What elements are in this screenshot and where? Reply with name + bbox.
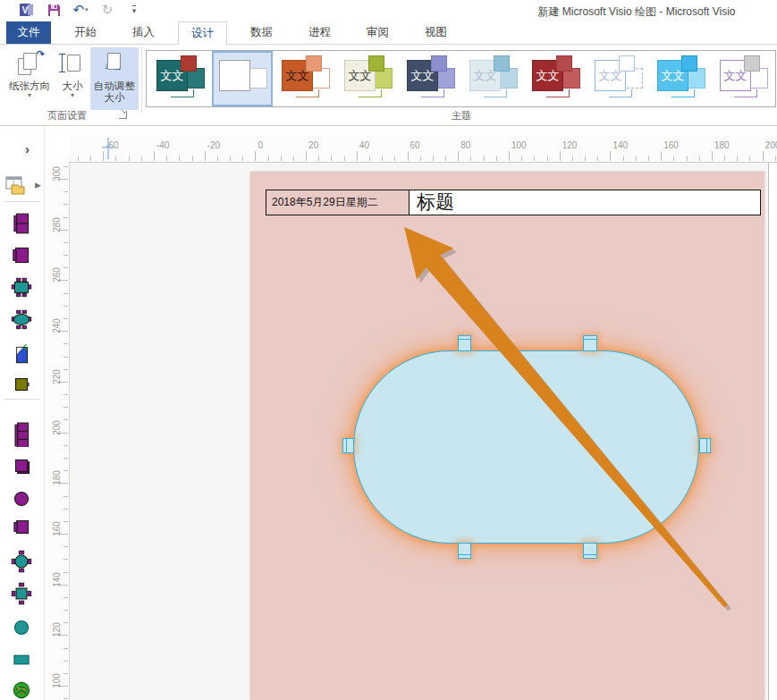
tab-process[interactable]: 进程 <box>296 21 343 44</box>
stencil-shape-potted-plant[interactable] <box>7 677 36 700</box>
stencil-shape-rectangular-shape[interactable] <box>7 646 36 673</box>
group-separator <box>141 47 142 112</box>
stencil-shape-couch-2-seat[interactable] <box>7 210 36 237</box>
themes-gallery: 文文文文文文文文文文文文文文文文文文 <box>146 50 776 107</box>
vruler-label: 140 <box>52 569 62 590</box>
theme-tile-white-purple-outline[interactable]: 文文 <box>714 53 772 105</box>
sidebar-divider <box>4 399 39 400</box>
group-labels: 页面设置 主题 <box>0 109 777 124</box>
shapes-panel: › ▶ <box>0 126 45 700</box>
sofa-3-seat-icon <box>9 422 34 447</box>
vertical-scrollbar[interactable] <box>768 163 777 700</box>
page-size-button[interactable]: 大小▾ <box>57 47 88 110</box>
hruler-label: 200 <box>765 140 777 150</box>
theme-tile-teal[interactable]: 文文 <box>151 53 208 105</box>
page-size-icon <box>59 51 86 78</box>
shape-tab-left[interactable] <box>342 438 354 453</box>
drawing-canvas[interactable]: 2018年5月29日星期二 标题 <box>70 163 768 700</box>
conference-table-icon <box>9 275 34 300</box>
vruler-label: 180 <box>52 468 62 489</box>
water-cooler-icon <box>9 342 34 367</box>
titlebar: V ↶▾ ↻ ▾ 新建 Microsoft Visio 绘图 - Microso… <box>0 0 777 21</box>
vruler-label: 100 <box>52 670 62 692</box>
tab-file[interactable]: 文件 <box>6 21 51 44</box>
svg-text:V: V <box>22 5 29 15</box>
theme-tile-orange[interactable]: 文文 <box>276 53 334 105</box>
ribbon-tab-bar: 文件 开始 插入 设计 数据 进程 审阅 视图 <box>0 21 777 45</box>
circular-shape-icon <box>9 615 34 640</box>
stencil-shape-file-cabinet[interactable] <box>7 371 36 398</box>
title-block[interactable]: 2018年5月29日星期二 标题 <box>266 190 761 215</box>
redo-button[interactable]: ↻ <box>98 2 116 18</box>
workspace: › ▶ 300280260240220200180160140120100 -6… <box>0 126 777 700</box>
drawing-page[interactable]: 2018年5月29日星期二 标题 <box>250 172 764 700</box>
stencil-shape-square-table-with-chairs[interactable] <box>7 580 36 607</box>
stencil-shape-conference-table[interactable] <box>7 274 36 301</box>
title-field[interactable]: 标题 <box>410 190 760 215</box>
qat-customize-button[interactable]: ▾ <box>125 2 143 18</box>
expand-shapes-panel-button[interactable]: › <box>25 144 30 155</box>
hruler-label: 80 <box>460 140 470 150</box>
vruler-label: 280 <box>52 214 62 235</box>
armchair-icon <box>9 243 34 268</box>
vruler-label: 240 <box>52 316 62 337</box>
theme-tile-cyan[interactable]: 文文 <box>652 53 709 105</box>
tab-design[interactable]: 设计 <box>178 21 227 45</box>
tab-view[interactable]: 视图 <box>412 21 460 44</box>
hruler-label: 20 <box>308 140 318 150</box>
page-setup-dialog-launcher[interactable] <box>119 111 127 119</box>
quick-access-toolbar: V ↶▾ ↻ ▾ <box>18 2 143 18</box>
desk-chair-icon <box>9 515 34 540</box>
theme-tile-slate-purple[interactable]: 文文 <box>401 53 459 105</box>
theme-tile-linen-green[interactable]: 文文 <box>339 53 396 105</box>
file-cabinet-icon <box>9 372 34 397</box>
sidebar-divider <box>4 201 39 202</box>
hruler-label: 40 <box>359 140 369 150</box>
theme-tile-dark-red[interactable]: 文文 <box>527 53 584 105</box>
hruler-label: 0 <box>258 140 263 150</box>
theme-tile-none[interactable] <box>214 53 271 105</box>
theme-tile-white-blue-outline[interactable]: 文文 <box>589 53 646 105</box>
stencil-shape-circular-shape[interactable] <box>7 614 36 641</box>
save-button[interactable] <box>45 2 63 18</box>
autosize-icon: ↓ → <box>101 51 128 78</box>
shape-tab-top-right[interactable] <box>583 335 597 351</box>
paper-orientation-button[interactable]: ↷ 纸张方向▾ <box>5 47 54 110</box>
vruler-label: 220 <box>52 366 62 387</box>
stencil-shape-armchair[interactable] <box>7 242 36 269</box>
stencil-shape-oval-conference-table[interactable] <box>7 307 36 333</box>
vruler-label: 260 <box>52 265 62 286</box>
undo-button[interactable]: ↶▾ <box>72 2 89 18</box>
autosize-button[interactable]: ↓ → 自动调整大小 <box>90 47 139 110</box>
theme-tile-pale-blue[interactable]: 文文 <box>464 53 521 105</box>
stencil-shape-sofa-3-seat[interactable] <box>7 421 36 448</box>
oval-table-shape[interactable] <box>353 350 699 544</box>
round-stool-icon <box>9 486 34 511</box>
tab-home[interactable]: 开始 <box>62 21 109 44</box>
shape-tab-right[interactable] <box>699 438 711 453</box>
themes-group-label: 主题 <box>146 109 777 122</box>
undo-dropdown-icon[interactable]: ▾ <box>85 6 89 13</box>
vruler-label: 300 <box>52 164 62 185</box>
shape-tab-top-left[interactable] <box>458 335 471 351</box>
hruler-label: -20 <box>207 140 220 150</box>
date-field[interactable]: 2018年5月29日星期二 <box>266 190 410 215</box>
vruler-label: 200 <box>52 417 62 438</box>
stencil-shape-desk-chair[interactable] <box>7 514 36 541</box>
tab-review[interactable]: 审阅 <box>354 21 401 44</box>
hruler-label: 180 <box>714 140 730 150</box>
hruler-label: 60 <box>410 140 420 150</box>
ruler-cursor-indicator <box>107 138 109 159</box>
stencil-shape-storage-box[interactable] <box>7 453 36 480</box>
shape-tab-bottom-right[interactable] <box>583 543 597 559</box>
stencil-shape-round-table-with-chairs[interactable] <box>7 548 36 575</box>
page-setup-group-label: 页面设置 <box>47 110 87 121</box>
tab-insert[interactable]: 插入 <box>120 21 167 44</box>
stencil-shape-round-stool[interactable] <box>7 485 36 512</box>
shape-tab-bottom-left[interactable] <box>458 543 471 559</box>
stencil-shape-water-cooler[interactable] <box>7 341 36 367</box>
square-table-with-chairs-icon <box>9 581 34 606</box>
horizontal-ruler: -60-40-20020406080100120140160180200 <box>70 136 777 163</box>
tab-data[interactable]: 数据 <box>238 21 285 44</box>
stencil-header[interactable]: ▶ <box>5 175 45 198</box>
